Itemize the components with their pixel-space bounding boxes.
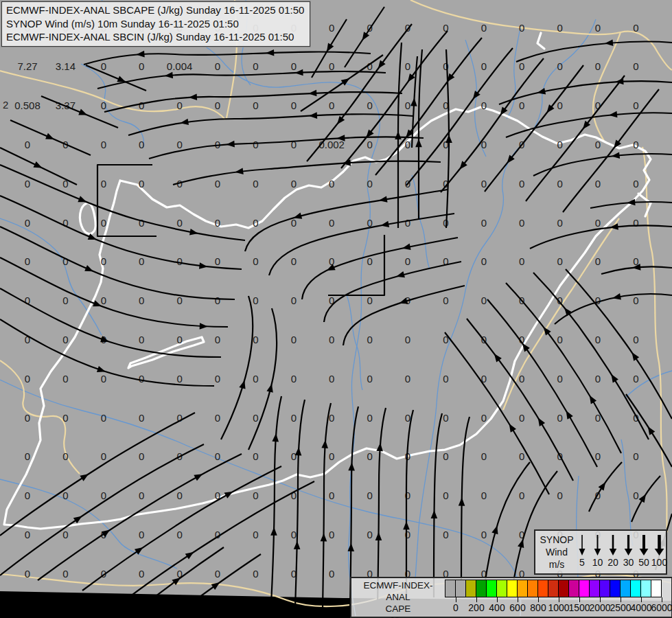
wind-arrowhead-icon [235, 168, 244, 176]
cape-tick-label: 200 [468, 602, 484, 613]
cape-color-cell [528, 580, 537, 597]
wind-arrowhead-icon [507, 422, 516, 432]
cape-tick-label: 400 [489, 602, 505, 613]
station-value: 0 [62, 450, 68, 462]
station-value: 0 [367, 334, 372, 345]
down-arrow-icon [579, 549, 586, 556]
station-value: 0 [101, 178, 106, 190]
station-value: 0 [519, 450, 524, 462]
wind-streamline [84, 52, 371, 65]
station-value: 0 [176, 373, 182, 385]
hungary-border [537, 33, 544, 49]
station-value: 0 [215, 295, 220, 306]
wind-arrowhead-icon [189, 93, 198, 100]
wind-streamline [0, 227, 235, 299]
down-arrow-icon [625, 549, 633, 556]
station-value: 0 [62, 568, 68, 580]
cape-colorbar [445, 580, 662, 597]
cape-tick [662, 597, 662, 602]
wind-arrowhead-icon [266, 383, 275, 393]
title-line-sbcape: ECMWF-INDEX-ANAL SBCAPE (J/kg) Sunday 16… [6, 3, 304, 17]
station-value: 3.14 [56, 60, 76, 72]
cape-tick-label: 1500 [568, 602, 590, 613]
station-value: 0 [25, 568, 30, 580]
station-value: 0 [253, 334, 258, 345]
cape-tick-label: 4000 [630, 602, 651, 613]
station-value: 0 [519, 60, 524, 72]
cape-color-cell [456, 580, 465, 597]
station-value: 0 [329, 490, 334, 501]
station-value: 0 [595, 217, 601, 229]
river-path [412, 175, 430, 269]
station-value: 0 [519, 412, 524, 424]
station-value: 0 [633, 100, 638, 111]
cape-color-cell [641, 580, 651, 597]
station-value: 0 [405, 60, 410, 72]
wind-streamline [86, 65, 146, 91]
station-value: 0 [595, 22, 601, 34]
station-value: 0 [633, 334, 638, 345]
station-value: 0 [329, 334, 334, 345]
river-path [415, 290, 465, 589]
station-value: 0 [291, 412, 297, 424]
station-value: 0 [215, 568, 220, 580]
cape-color-cell [518, 580, 527, 597]
station-value: 0 [25, 217, 30, 229]
station-value: 0 [253, 295, 258, 306]
station-value: 0 [557, 178, 562, 190]
wind-arrowhead-icon [73, 514, 84, 524]
cape-tick [579, 597, 580, 602]
cape-color-cell [569, 580, 579, 597]
station-value: 0 [62, 334, 68, 345]
station-value: 0 [253, 178, 258, 190]
cape-tick-label: 2000 [589, 602, 610, 613]
station-value: 0 [291, 529, 297, 540]
wind-arrowhead-icon [609, 111, 618, 119]
country-border [0, 71, 225, 119]
station-value: 0 [557, 100, 562, 111]
wind-streamline [434, 413, 442, 597]
station-value: 0 [215, 100, 220, 111]
station-value: 0 [557, 60, 562, 72]
station-value: 0 [405, 217, 410, 229]
cape-color-cell [466, 580, 476, 597]
station-value: 0 [253, 412, 258, 424]
station-value: 0 [481, 60, 487, 72]
cape-color-cell [651, 580, 661, 597]
wind-arrowhead-icon [226, 141, 235, 148]
river-path [347, 295, 362, 390]
station-value: 0 [25, 255, 30, 267]
cape-color-cell [600, 580, 610, 597]
station-value: 0 [139, 100, 144, 111]
station-value: 0 [633, 217, 638, 229]
wind-arrowhead-icon [403, 521, 410, 529]
station-value: 0 [139, 255, 144, 267]
wind-arrowhead-icon [587, 393, 596, 404]
station-value: 0 [405, 373, 410, 385]
station-value: 0 [139, 373, 144, 385]
station-value: 0 [633, 450, 638, 462]
station-value: 0 [25, 490, 30, 501]
station-value: 0 [291, 255, 297, 267]
station-value: 0 [215, 255, 220, 267]
cape-tick [621, 597, 621, 602]
station-value: 0 [367, 373, 372, 385]
wind-arrowhead-icon [395, 131, 402, 139]
station-value: 0 [25, 178, 30, 190]
wind-arrowhead-icon [270, 527, 277, 536]
wind-arrowhead-icon [266, 49, 274, 56]
station-value: 0 [595, 255, 601, 267]
station-value: 0.508 [14, 100, 40, 111]
station-value: 0 [557, 255, 562, 267]
station-value: 0 [443, 295, 448, 306]
station-value: 0 [329, 568, 334, 580]
station-value: 0 [481, 178, 487, 190]
station-value: 0 [329, 412, 334, 424]
wind-arrowhead-icon [459, 497, 465, 505]
station-value: 0 [329, 22, 334, 34]
station-value: 0 [139, 139, 144, 150]
wind-speed-label: 100 [651, 557, 667, 568]
station-value: 0 [291, 100, 297, 111]
station-value: 0 [253, 255, 258, 267]
wind-streamline [0, 413, 195, 536]
